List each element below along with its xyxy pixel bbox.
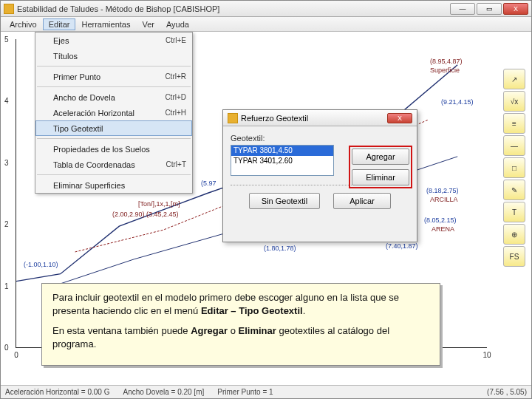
menu-editar[interactable]: Editar [43, 18, 76, 30]
menuitem-eliminar-superficies[interactable]: Eliminar Superficies [35, 177, 192, 193]
menuitem-aceleracion[interactable]: Aceleración HorizontalCtrl+H [35, 105, 192, 120]
ytick: 1 [4, 282, 9, 290]
close-button[interactable]: X [503, 3, 528, 15]
data-label: Superficie [430, 66, 460, 74]
dialog-bottom-row: Sin Geotextil Aplicar [231, 193, 409, 214]
sin-geotextil-button[interactable]: Sin Geotextil [249, 193, 320, 209]
menu-ver[interactable]: Ver [136, 18, 160, 30]
dialog-button-column: Agregar Eliminar [352, 149, 409, 190]
data-label: (8.18,2.75) [426, 187, 459, 194]
menuitem-ancho-dovela[interactable]: Ancho de DovelaCtrl+D [35, 89, 192, 105]
menu-separator [37, 138, 191, 139]
tool-1[interactable]: ↗ [503, 69, 525, 89]
tool-8[interactable]: ⊕ [503, 224, 525, 245]
data-label: (8.95,4.87) [430, 58, 463, 65]
window-title: Estabilidad de Taludes - Método de Bisho… [17, 4, 449, 13]
menu-ayuda[interactable]: Ayuda [160, 18, 195, 30]
tool-fs[interactable]: FS [503, 246, 525, 267]
menu-archivo[interactable]: Archivo [4, 18, 43, 30]
ytick: 3 [4, 158, 9, 166]
agregar-button[interactable]: Agregar [352, 149, 409, 165]
aplicar-button[interactable]: Aplicar [333, 193, 391, 209]
ytick: 2 [4, 220, 9, 228]
ytick: 0 [4, 344, 9, 352]
geotextil-label: Geotextil: [231, 134, 409, 143]
menubar: Archivo Editar Herramientas Ver Ayuda [1, 17, 531, 32]
tool-5[interactable]: □ [503, 157, 525, 178]
dialog-close-button[interactable]: X [387, 113, 412, 123]
data-label: [Ton/],1x,1,[m] [138, 200, 180, 208]
geotextil-listbox[interactable]: TYPAR 3801,4.50 TYPAR 3401,2.60 [231, 145, 334, 176]
note-paragraph-2: En esta ventana también puede Agregar o … [52, 324, 429, 350]
menu-herramientas[interactable]: Herramientas [75, 18, 136, 30]
data-label: (1.80,1.78) [264, 245, 296, 252]
tool-4[interactable]: — [503, 135, 525, 156]
menuitem-tabla-coordenadas[interactable]: Tabla de CoordenadasCtrl+T [35, 157, 192, 172]
geotextil-option[interactable]: TYPAR 3801,4.50 [231, 146, 333, 156]
note-paragraph-1: Para incluir geotextil en el modelo prim… [52, 291, 429, 317]
menuitem-primer-punto[interactable]: Primer PuntoCtrl+R [35, 69, 192, 84]
statusbar: Aceleración Horizontal = 0.00 G Ancho Do… [1, 385, 531, 398]
content-area: EjesCtrl+E Títulos Primer PuntoCtrl+R An… [1, 32, 531, 385]
menu-separator [37, 86, 191, 87]
ytick: 5 [4, 35, 9, 44]
status-coords: (7.56 , 5.05) [487, 388, 527, 396]
menuitem-ejes[interactable]: EjesCtrl+E [35, 33, 192, 48]
data-label: (9.21,4.15) [441, 98, 474, 106]
dialog-body: Geotextil: TYPAR 3801,4.50 TYPAR 3401,2.… [223, 126, 417, 221]
menuitem-propiedades-suelos[interactable]: Propiedades de los Suelos [35, 141, 192, 157]
geotextil-option[interactable]: TYPAR 3401,2.60 [231, 156, 333, 166]
menuitem-titulos[interactable]: Títulos [35, 48, 192, 64]
editar-dropdown: EjesCtrl+E Títulos Primer PuntoCtrl+R An… [35, 32, 193, 194]
data-label: (5.97 [201, 180, 216, 187]
xtick: 0 [14, 351, 18, 359]
xtick: 10 [482, 351, 491, 359]
data-label: ARENA [432, 225, 454, 233]
tool-3[interactable]: ≡ [503, 113, 525, 134]
ytick: 4 [4, 97, 9, 105]
tool-6[interactable]: ✎ [503, 180, 525, 200]
dialog-icon [228, 113, 238, 123]
maximize-button[interactable]: ▭ [477, 3, 502, 15]
tool-sidebar: ↗ √x ≡ — □ ✎ T ⊕ FS [503, 69, 528, 267]
dialog-titlebar: Refuerzo Geotextil X [223, 110, 417, 126]
app-window: Estabilidad de Taludes - Método de Bisho… [0, 0, 532, 399]
geotextil-dialog: Refuerzo Geotextil X Geotextil: TYPAR 38… [222, 109, 417, 242]
tool-2[interactable]: √x [503, 91, 525, 112]
status-dovela: Ancho Dovela = 0.20 [m] [123, 388, 204, 396]
dialog-title: Refuerzo Geotextil [241, 114, 308, 123]
data-label: (-1.00,1.10) [24, 261, 58, 268]
data-label: (7.40,1.87) [386, 242, 418, 250]
data-label: (2.00,2.90) (3.45,2.45) [112, 211, 179, 218]
data-label: ARCILLA [430, 196, 458, 203]
app-icon [4, 4, 14, 14]
minimize-button[interactable]: — [450, 3, 475, 15]
titlebar: Estabilidad de Taludes - Método de Bisho… [1, 1, 531, 17]
menu-separator [37, 174, 191, 175]
menu-separator [37, 66, 191, 66]
data-label: (8.05,2.15) [424, 216, 457, 224]
tool-7[interactable]: T [503, 202, 525, 222]
status-primer-punto: Primer Punto = 1 [217, 388, 273, 396]
menuitem-tipo-geotextil[interactable]: Tipo Geotextil [35, 120, 192, 136]
eliminar-button[interactable]: Eliminar [352, 169, 409, 185]
status-accel: Aceleración Horizontal = 0.00 G [5, 388, 109, 396]
help-note: Para incluir geotextil en el modelo prim… [41, 283, 440, 366]
